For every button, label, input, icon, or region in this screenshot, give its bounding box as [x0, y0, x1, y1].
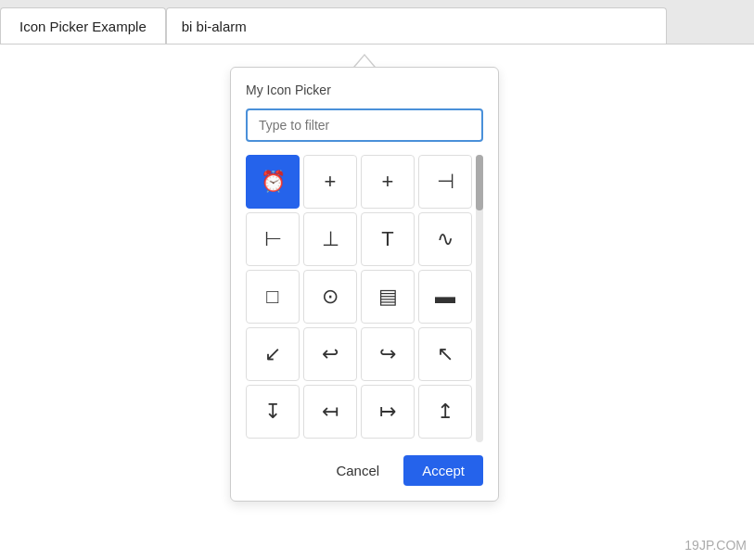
icon-btn-bi-align-end[interactable]: ⊢ [246, 212, 300, 266]
icon-btn-bi-arrow-bar-up[interactable]: ↥ [418, 385, 472, 439]
icon-btn-bi-arrow-bar-down[interactable]: ↧ [246, 385, 300, 439]
icon-btn-bi-activity[interactable]: ∿ [418, 212, 472, 266]
main-area: My Icon Picker ⏰++⊣⊢⊥T∿□⊙▤▬↙↩↪↖↧↤↦↥ Canc… [0, 45, 754, 560]
popup-caret [353, 54, 376, 67]
icon-picker-popup: My Icon Picker ⏰++⊣⊢⊥T∿□⊙▤▬↙↩↪↖↧↤↦↥ Canc… [230, 54, 499, 502]
scrollbar-thumb[interactable] [476, 155, 483, 210]
icon-btn-bi-align-top[interactable]: T [361, 212, 415, 266]
popup-box: My Icon Picker ⏰++⊣⊢⊥T∿□⊙▤▬↙↩↪↖↧↤↦↥ Canc… [230, 67, 499, 502]
popup-footer: Cancel Accept [246, 455, 483, 486]
tab-bi-alarm[interactable]: bi bi-alarm [166, 7, 667, 44]
cancel-button[interactable]: Cancel [321, 455, 394, 486]
icon-btn-bi-arrow-bar-left[interactable]: ↤ [303, 385, 357, 439]
tab-bi-alarm-label: bi bi-alarm [182, 19, 247, 34]
tab-icon-picker-label: Icon Picker Example [19, 19, 147, 34]
icon-btn-bi-square[interactable]: □ [246, 270, 300, 324]
icon-btn-bi-archive[interactable]: ▤ [361, 270, 415, 324]
scrollbar-track[interactable] [476, 155, 483, 442]
icon-btn-bi-arrow-return-left[interactable]: ↩ [303, 327, 357, 381]
icon-btn-bi-align-bottom[interactable]: ⊥ [303, 212, 357, 266]
accept-button[interactable]: Accept [403, 455, 483, 486]
tab-icon-picker[interactable]: Icon Picker Example [0, 7, 166, 44]
icon-btn-bi-plus-circle[interactable]: + [361, 155, 415, 209]
icon-btn-bi-arrow-up-left[interactable]: ↖ [418, 327, 472, 381]
watermark: 19JP.COM [684, 538, 747, 553]
icons-scroll-area: ⏰++⊣⊢⊥T∿□⊙▤▬↙↩↪↖↧↤↦↥ [246, 155, 483, 442]
filter-input[interactable] [246, 108, 483, 142]
icon-btn-bi-align-start[interactable]: ⊣ [418, 155, 472, 209]
popup-title: My Icon Picker [246, 83, 483, 97]
icon-btn-bi-box[interactable]: ▬ [418, 270, 472, 324]
icon-btn-bi-arrow-return-right[interactable]: ↪ [361, 327, 415, 381]
tab-bar: Icon Picker Example bi bi-alarm [0, 0, 754, 45]
icon-btn-bi-alarm[interactable]: ⏰ [246, 155, 300, 209]
icon-btn-bi-circle-fill[interactable]: ⊙ [303, 270, 357, 324]
icons-grid: ⏰++⊣⊢⊥T∿□⊙▤▬↙↩↪↖↧↤↦↥ [246, 155, 483, 439]
icon-btn-bi-plus-lg[interactable]: + [303, 155, 357, 209]
icon-btn-bi-arrow-bar-right[interactable]: ↦ [361, 385, 415, 439]
icon-btn-bi-arrow-down-left[interactable]: ↙ [246, 327, 300, 381]
